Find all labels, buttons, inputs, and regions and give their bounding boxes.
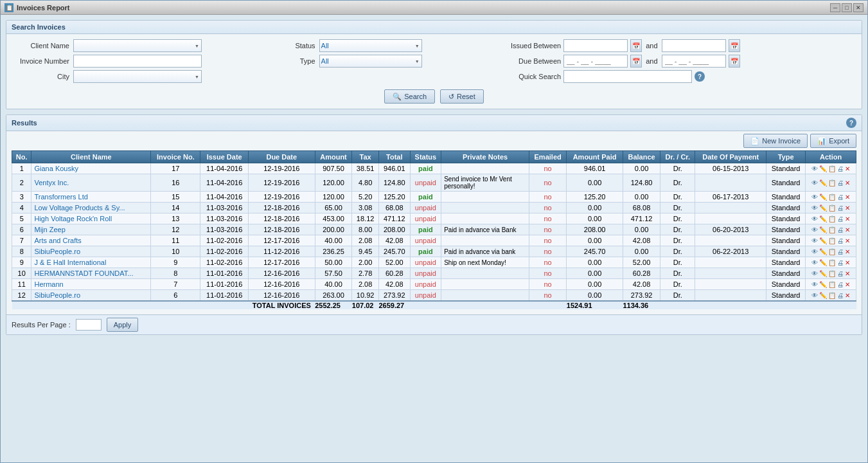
type-select[interactable]: All xyxy=(319,55,422,68)
view-icon[interactable]: 👁 xyxy=(811,259,818,266)
client-name-select[interactable] xyxy=(73,39,202,52)
copy-icon[interactable]: 📋 xyxy=(828,237,836,244)
issued-to-calendar-btn[interactable]: 📅 xyxy=(729,39,740,52)
edit-icon[interactable]: ✏️ xyxy=(819,165,827,172)
delete-icon red[interactable]: ✕ xyxy=(845,292,850,299)
cell-client[interactable]: HERMANNSTADT FOUNDAT... xyxy=(31,268,151,279)
view-icon[interactable]: 👁 xyxy=(811,204,818,212)
print-icon[interactable]: 🖨 xyxy=(837,259,844,266)
copy-icon[interactable]: 📋 xyxy=(828,165,836,172)
copy-icon[interactable]: 📋 xyxy=(828,204,836,212)
delete-icon red[interactable]: ✕ xyxy=(845,281,850,288)
view-icon[interactable]: 👁 xyxy=(811,194,818,201)
maximize-button[interactable]: □ xyxy=(842,3,852,12)
copy-icon[interactable]: 📋 xyxy=(828,281,836,288)
view-icon[interactable]: 👁 xyxy=(811,270,818,277)
print-icon[interactable]: 🖨 xyxy=(837,194,844,201)
city-select[interactable] xyxy=(73,70,202,83)
edit-icon[interactable]: ✏️ xyxy=(819,226,827,233)
print-icon[interactable]: 🖨 xyxy=(837,204,844,212)
edit-icon[interactable]: ✏️ xyxy=(819,259,827,266)
delete-icon red[interactable]: ✕ xyxy=(845,179,850,186)
delete-icon red[interactable]: ✕ xyxy=(845,259,850,266)
delete-icon red[interactable]: ✕ xyxy=(845,165,850,172)
cell-dr-cr: Dr. xyxy=(660,246,695,257)
results-per-page-input[interactable]: 15 xyxy=(76,319,102,331)
edit-icon[interactable]: ✏️ xyxy=(819,194,827,201)
status-select[interactable]: All xyxy=(319,39,422,52)
cell-client[interactable]: SibiuPeople.ro xyxy=(31,290,151,302)
edit-icon[interactable]: ✏️ xyxy=(819,292,827,299)
minimize-button[interactable]: ─ xyxy=(830,3,840,12)
edit-icon[interactable]: ✏️ xyxy=(819,215,827,222)
new-invoice-button[interactable]: 📄 New Invoice xyxy=(743,134,808,148)
reset-button[interactable]: ↺ Reset xyxy=(440,89,484,104)
issued-to-input[interactable]: 11 - 30 - 2016 xyxy=(662,39,726,52)
view-icon[interactable]: 👁 xyxy=(811,292,818,299)
due-from-calendar-btn[interactable]: 📅 xyxy=(630,55,642,68)
copy-icon[interactable]: 📋 xyxy=(828,292,836,299)
cell-client[interactable]: Low Voltage Products & Sy... xyxy=(31,203,151,213)
export-button[interactable]: 📊 Export xyxy=(810,134,856,148)
delete-icon red[interactable]: ✕ xyxy=(845,237,850,244)
view-icon[interactable]: 👁 xyxy=(811,179,818,186)
issued-from-calendar-btn[interactable]: 📅 xyxy=(630,39,642,52)
copy-icon[interactable]: 📋 xyxy=(828,226,836,233)
edit-icon[interactable]: ✏️ xyxy=(819,281,827,288)
copy-icon[interactable]: 📋 xyxy=(828,215,836,222)
view-icon[interactable]: 👁 xyxy=(811,248,818,255)
cell-client[interactable]: Transformers Ltd xyxy=(31,192,151,203)
cell-client[interactable]: Ventyx Inc. xyxy=(31,174,151,192)
delete-icon red[interactable]: ✕ xyxy=(845,215,850,222)
invoice-number-input[interactable] xyxy=(73,55,202,68)
issued-from-input[interactable]: 11 - 01 - 2016 xyxy=(563,39,628,52)
col-issue-date: Issue Date xyxy=(200,151,248,163)
due-to-calendar-btn[interactable]: 📅 xyxy=(729,55,740,68)
print-icon[interactable]: 🖨 xyxy=(837,237,844,244)
print-icon[interactable]: 🖨 xyxy=(837,179,844,186)
print-icon[interactable]: 🖨 xyxy=(837,281,844,288)
cell-client[interactable]: High Voltage Rock'n Roll xyxy=(31,213,151,224)
edit-icon[interactable]: ✏️ xyxy=(819,270,827,277)
cell-client[interactable]: Arts and Crafts xyxy=(31,235,151,246)
due-to-input[interactable] xyxy=(662,55,726,68)
view-icon[interactable]: 👁 xyxy=(811,226,818,233)
close-button[interactable]: ✕ xyxy=(853,3,864,12)
delete-icon red[interactable]: ✕ xyxy=(845,270,850,277)
print-icon[interactable]: 🖨 xyxy=(837,292,844,299)
cell-client[interactable]: Hermann xyxy=(31,279,151,290)
copy-icon[interactable]: 📋 xyxy=(828,179,836,186)
due-from-input[interactable] xyxy=(563,55,628,68)
cell-client[interactable]: Giana Kousky xyxy=(31,163,151,174)
cell-status: unpaid xyxy=(410,279,441,290)
quick-search-help-icon[interactable]: ? xyxy=(695,71,705,82)
copy-icon[interactable]: 📋 xyxy=(828,270,836,277)
cell-client[interactable]: J & E Hall International xyxy=(31,257,151,268)
view-icon[interactable]: 👁 xyxy=(811,281,818,288)
view-icon[interactable]: 👁 xyxy=(811,215,818,222)
quick-search-input[interactable] xyxy=(563,70,692,83)
edit-icon[interactable]: ✏️ xyxy=(819,237,827,244)
delete-icon red[interactable]: ✕ xyxy=(845,194,850,201)
search-button[interactable]: 🔍 Search xyxy=(384,89,435,104)
copy-icon[interactable]: 📋 xyxy=(828,194,836,201)
view-icon[interactable]: 👁 xyxy=(811,237,818,244)
results-help-icon[interactable]: ? xyxy=(846,118,856,128)
print-icon[interactable]: 🖨 xyxy=(837,226,844,233)
cell-client[interactable]: Mijn Zeep xyxy=(31,224,151,235)
copy-icon[interactable]: 📋 xyxy=(828,248,836,255)
delete-icon red[interactable]: ✕ xyxy=(845,204,850,212)
edit-icon[interactable]: ✏️ xyxy=(819,248,827,255)
print-icon[interactable]: 🖨 xyxy=(837,270,844,277)
print-icon[interactable]: 🖨 xyxy=(837,165,844,172)
delete-icon red[interactable]: ✕ xyxy=(845,226,850,233)
cell-client[interactable]: SibiuPeople.ro xyxy=(31,246,151,257)
print-icon[interactable]: 🖨 xyxy=(837,248,844,255)
view-icon[interactable]: 👁 xyxy=(811,165,818,172)
edit-icon[interactable]: ✏️ xyxy=(819,179,827,186)
print-icon[interactable]: 🖨 xyxy=(837,215,844,222)
edit-icon[interactable]: ✏️ xyxy=(819,204,827,212)
delete-icon red[interactable]: ✕ xyxy=(845,248,850,255)
apply-button[interactable]: Apply xyxy=(107,318,139,332)
copy-icon[interactable]: 📋 xyxy=(828,259,836,266)
